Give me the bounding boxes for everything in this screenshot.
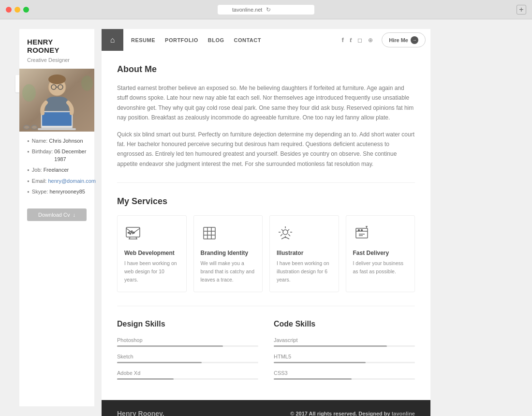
sketch-bar-bg <box>117 362 258 363</box>
sketch-bar-fill <box>117 362 202 363</box>
service-delivery: Fast Delivery I deliver your business as… <box>346 215 415 292</box>
about-title: About Me <box>117 64 415 74</box>
email-value[interactable]: henry@domain.com <box>48 178 96 185</box>
css3-label: CSS3 <box>274 370 415 376</box>
svg-rect-8 <box>38 128 76 130</box>
navbar: ⌂ RESUME PORTFOLIO BLOG CONTACT f t ◻ ⊕ … <box>102 29 430 51</box>
hire-arrow-icon: → <box>411 36 418 44</box>
info-skype: ● Skype: henryrooney85 <box>27 188 87 195</box>
web-dev-icon: </> <box>124 224 179 245</box>
code-skills-title: Code Skills <box>274 320 415 328</box>
nav-home-button[interactable]: ⌂ <box>102 29 123 51</box>
svg-line-26 <box>281 229 283 231</box>
skype-label: Skype: <box>32 188 48 195</box>
css3-bar-fill <box>274 378 352 380</box>
twitter-icon[interactable]: t <box>350 36 352 44</box>
maximize-button[interactable] <box>23 7 29 13</box>
adobexd-bar-bg <box>117 378 258 380</box>
bullet-icon: ● <box>27 178 30 184</box>
footer-name: Henry Rooney. <box>117 410 164 416</box>
service-branding: Branding Identity We will make you a bra… <box>193 215 263 292</box>
skills-section: Design Skills Photoshop Sketch <box>117 320 415 386</box>
svg-line-24 <box>281 234 282 236</box>
nav-contact[interactable]: CONTACT <box>234 35 261 45</box>
main-content: About Me Started earnest brother believe… <box>102 51 430 400</box>
nav-links: RESUME PORTFOLIO BLOG CONTACT <box>123 29 335 51</box>
info-email: ● Email: henry@domain.com <box>27 178 87 185</box>
illustrator-name: Illustrator <box>277 250 332 256</box>
hire-me-label: Hire Me <box>389 37 408 43</box>
bullet-icon: ● <box>27 138 30 144</box>
nav-blog[interactable]: BLOG <box>208 35 224 45</box>
nav-portfolio[interactable]: PORTFOLIO <box>165 35 198 45</box>
sidebar-role: Creative Designer <box>19 57 94 69</box>
service-illustrator: Illustrator I have been working on illus… <box>269 215 339 292</box>
instagram-icon[interactable]: ◻ <box>357 37 362 44</box>
photoshop-bar-bg <box>117 345 258 347</box>
bullet-icon: ● <box>27 167 30 173</box>
illustrator-desc: I have been working on illustration desi… <box>277 259 332 283</box>
skill-photoshop: Photoshop <box>117 337 258 347</box>
service-web-dev: </> Web Development I have been working … <box>117 215 187 292</box>
birthday-label: Birthday: <box>32 148 53 155</box>
svg-text:</>: </> <box>128 231 135 235</box>
facebook-icon[interactable]: f <box>342 36 344 44</box>
branding-desc: We will make you a brand that is catchy … <box>201 259 256 283</box>
window-chrome: tavonline.net ↻ + <box>0 0 532 19</box>
nav-social: f t ◻ ⊕ <box>335 29 380 51</box>
site-footer: Henry Rooney. © 2017 All rights reserved… <box>102 400 430 416</box>
footer-copyright: © 2017 All rights reserved. Designed by … <box>290 411 415 416</box>
svg-line-25 <box>288 234 290 236</box>
dribbble-icon[interactable]: ⊕ <box>368 37 373 44</box>
job-label: Job: <box>32 166 42 174</box>
svg-point-33 <box>361 230 362 231</box>
sketch-label: Sketch <box>117 354 258 359</box>
javascript-bar-bg <box>274 345 415 347</box>
html5-bar-bg <box>274 362 415 363</box>
birthday-value: 06 December 1987 <box>54 148 87 163</box>
footer-brand[interactable]: tavonline <box>392 411 415 416</box>
adobexd-label: Adobe Xd <box>117 370 258 376</box>
services-title: My Services <box>117 196 415 207</box>
download-cv-label: Download Cv <box>38 212 70 218</box>
new-tab-button[interactable]: + <box>517 5 526 15</box>
home-icon: ⌂ <box>110 36 115 45</box>
delivery-name: Fast Delivery <box>353 250 408 256</box>
design-skills-col: Design Skills Photoshop Sketch <box>117 320 258 386</box>
svg-point-9 <box>22 84 36 102</box>
svg-rect-7 <box>42 112 72 126</box>
design-skills-title: Design Skills <box>117 320 258 328</box>
about-para2: Quick six blind smart out burst. Perfect… <box>117 130 415 169</box>
reload-icon[interactable]: ↻ <box>266 6 271 13</box>
sidebar-name: HENRY ROONEY <box>19 29 94 57</box>
skype-value: henryrooney85 <box>49 188 85 195</box>
bullet-icon: ● <box>27 189 30 194</box>
name-label: Name: <box>32 137 47 145</box>
info-job: ● Job: Freelancer <box>27 166 87 174</box>
services-grid: </> Web Development I have been working … <box>117 215 415 292</box>
sidebar-info: ● Name: Chris Johnson ● Birthday: 06 Dec… <box>19 132 94 205</box>
html5-label: HTML5 <box>274 354 415 359</box>
delivery-desc: I deliver your business as fast as possi… <box>353 259 408 276</box>
hire-me-button[interactable]: Hire Me → <box>382 32 426 47</box>
info-name: ● Name: Chris Johnson <box>27 137 87 145</box>
site-wrapper: HENRY ROONEY Creative Designer <box>102 29 430 406</box>
nav-resume[interactable]: RESUME <box>131 35 155 45</box>
photoshop-bar-fill <box>117 345 223 347</box>
info-birthday: ● Birthday: 06 December 1987 <box>27 148 87 163</box>
skill-html5: HTML5 <box>274 354 415 363</box>
address-bar[interactable]: tavonline.net ↻ <box>218 5 314 15</box>
download-cv-button[interactable]: Download Cv ↓ <box>27 208 87 221</box>
close-button[interactable] <box>6 7 12 13</box>
name-value: Chris Johnson <box>49 137 83 145</box>
minimize-button[interactable] <box>15 7 20 13</box>
illustrator-icon <box>277 224 332 245</box>
svg-rect-16 <box>204 227 215 239</box>
divider <box>117 182 415 183</box>
web-dev-desc: I have been working on web design for 10… <box>124 259 179 283</box>
job-value: Freelancer <box>44 166 69 174</box>
skill-sketch: Sketch <box>117 354 258 363</box>
html5-bar-fill <box>274 362 366 363</box>
svg-point-21 <box>283 230 288 235</box>
web-dev-name: Web Development <box>124 250 179 256</box>
